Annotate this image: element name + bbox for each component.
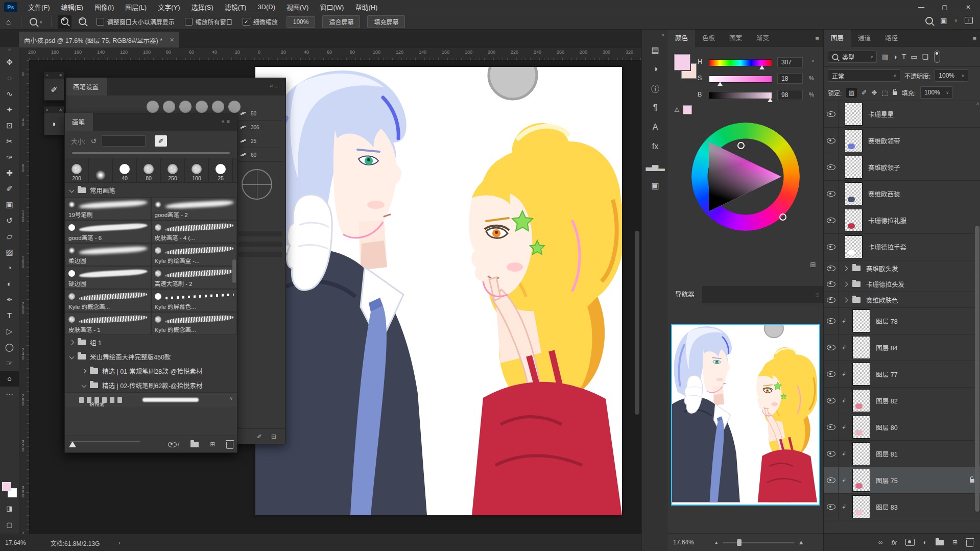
layer-row[interactable]: ↲ 图层 84: [824, 334, 980, 361]
slider-thumb[interactable]: [718, 82, 723, 86]
layer-row[interactable]: ↲ 图层 77: [824, 361, 980, 388]
dock-panel-icon[interactable]: ¶: [642, 98, 668, 117]
eye-icon[interactable]: [827, 424, 835, 430]
group-chevron-icon[interactable]: [843, 266, 848, 271]
quick-mask-button[interactable]: ◨: [0, 505, 19, 512]
zoom-tool-icon[interactable]: [30, 18, 37, 26]
navigator-tab[interactable]: 导航器: [668, 284, 702, 303]
layer-thumbnail[interactable]: [852, 469, 870, 492]
brush-tip-icon[interactable]: [179, 101, 192, 113]
brush-size-slider[interactable]: [72, 152, 230, 154]
brush-group-common[interactable]: 常用画笔: [65, 183, 237, 197]
zoom-in-button[interactable]: +: [58, 15, 71, 29]
layer-visibility-cell[interactable]: [824, 154, 839, 180]
menu-item[interactable]: 文字(Y): [152, 0, 185, 14]
close-icon[interactable]: ✕: [59, 108, 62, 112]
restore-button[interactable]: ▢: [933, 0, 957, 14]
layer-thumbnail[interactable]: [852, 389, 870, 412]
panel-menu-icon[interactable]: ≡: [815, 35, 819, 42]
panel-tab[interactable]: 图层: [824, 28, 851, 47]
brush-item[interactable]: 柔边圆: [65, 243, 151, 266]
layer-thumbnail[interactable]: [845, 235, 863, 258]
fill-dropdown[interactable]: 100% ∨: [920, 86, 953, 99]
layer-row[interactable]: ↲ 图层 80: [824, 414, 980, 441]
brush-item[interactable]: 皮肤画笔 - 4 (...: [151, 220, 237, 243]
brush-tip-icon[interactable]: [196, 101, 208, 113]
layer-visibility-cell[interactable]: [824, 414, 839, 440]
eye-icon[interactable]: [827, 191, 835, 197]
layer-visibility-cell[interactable]: [824, 467, 839, 493]
filter-type-icon[interactable]: T: [902, 53, 906, 61]
brush-item[interactable]: Kyle 的概念画...: [65, 289, 151, 312]
brushes-tab[interactable]: 画笔: [65, 113, 93, 131]
layer-thumbnail[interactable]: [852, 309, 870, 332]
close-button[interactable]: ✕: [957, 0, 980, 14]
collapse-panels-icon[interactable]: «: [642, 30, 668, 40]
new-adjustment-icon[interactable]: ◐: [923, 539, 927, 546]
slider-thumb[interactable]: [759, 65, 764, 69]
layer-row[interactable]: 赛维欧西装: [824, 181, 980, 207]
hue-indicator[interactable]: [779, 213, 786, 221]
panel-menu-icon[interactable]: ≡: [972, 35, 976, 42]
slider-value-input[interactable]: 18: [777, 74, 803, 84]
lock-all-icon[interactable]: [893, 89, 897, 97]
brush-item[interactable]: Kyle 的屏幕色...: [151, 289, 237, 312]
eye-icon[interactable]: [827, 244, 835, 250]
brush-tip-item[interactable]: 50: [238, 107, 282, 121]
eye-icon[interactable]: [827, 477, 835, 483]
slider-track[interactable]: [709, 92, 772, 99]
brush-row-partial[interactable]: 拾悦素 ∨: [65, 392, 237, 406]
option-checkbox[interactable]: ✓ 细微缩放: [243, 17, 278, 26]
eye-icon[interactable]: [827, 266, 835, 271]
panel-tab[interactable]: 路径: [878, 28, 905, 47]
brush-folder[interactable]: 精选 | 01-常规笔刷28款-@拾悦素材: [65, 364, 237, 378]
panel-header-icons[interactable]: «≡: [270, 83, 280, 89]
layer-row[interactable]: ↲ 图层 75: [824, 467, 980, 494]
brush-list-scrollbar[interactable]: [232, 259, 236, 283]
new-brush-button[interactable]: ⊞: [210, 441, 215, 448]
close-tab-icon[interactable]: ✕: [170, 37, 174, 43]
menu-item[interactable]: 图像(I): [89, 0, 119, 14]
panel-tab[interactable]: 图案: [722, 28, 749, 47]
brush-tip-item[interactable]: 306: [238, 121, 282, 134]
slider-knob[interactable]: [737, 539, 742, 546]
layer-visibility-cell[interactable]: [824, 388, 839, 414]
lock-option-icon[interactable]: ⬚: [881, 89, 888, 97]
layer-visibility-cell[interactable]: [824, 260, 839, 276]
layer-row[interactable]: 卡珊德拉手套: [824, 234, 980, 260]
menu-item[interactable]: 图层(L): [119, 0, 152, 14]
color-wheel[interactable]: [691, 123, 800, 231]
brush-settings-sliders[interactable]: [238, 231, 282, 262]
navigator-zoom-slider[interactable]: [723, 542, 794, 543]
group-chevron-icon[interactable]: [843, 281, 848, 286]
tool-button[interactable]: ✚: [0, 165, 19, 181]
filter-type-icon[interactable]: ▭: [911, 53, 917, 61]
filter-type-icon[interactable]: ▦: [881, 53, 888, 61]
layer-row[interactable]: 赛维欧肤色: [824, 292, 980, 308]
option-checkbox[interactable]: 调整窗口大小以满屏显示: [97, 17, 175, 26]
brush-item[interactable]: Kyle 的概念画...: [151, 312, 237, 335]
minimize-button[interactable]: —: [910, 0, 933, 14]
layer-row[interactable]: 卡珊德拉礼服: [824, 207, 980, 234]
dock-panel-icon[interactable]: ◑: [642, 59, 668, 79]
layer-row[interactable]: ↲ 图层 82: [824, 388, 980, 414]
toolbar-collapse-icon[interactable]: »: [0, 47, 19, 54]
layer-row[interactable]: 卡珊星星: [824, 101, 980, 128]
brush-preset[interactable]: 25: [209, 158, 233, 182]
tool-button[interactable]: ✦: [0, 102, 19, 117]
layer-row[interactable]: ↲ 图层 83: [824, 494, 980, 520]
checkbox-icon[interactable]: [97, 18, 104, 26]
dock-handle-icon[interactable]: »: [46, 73, 48, 78]
document-tab[interactable]: 两小孩.psd @ 17.6% (图层 75, RGB/8#/显示器) * ✕: [19, 32, 179, 47]
brush-tip-item[interactable]: 60: [238, 148, 282, 162]
brush-folder[interactable]: 精选 | 02-传统笔刷62款-@拾悦素材: [65, 378, 237, 392]
layer-visibility-cell[interactable]: [824, 128, 839, 154]
chevron-down-icon[interactable]: ∨: [39, 19, 43, 25]
brush-tip-item[interactable]: 25: [238, 134, 282, 148]
dock-panel-icon[interactable]: ▤: [642, 40, 668, 59]
close-icon[interactable]: ✕: [59, 73, 62, 78]
panel-header-icons[interactable]: «≡: [221, 118, 232, 124]
eye-icon[interactable]: [827, 111, 835, 117]
panel-tab[interactable]: 通道: [851, 28, 878, 47]
layer-visibility-cell[interactable]: [824, 494, 839, 520]
